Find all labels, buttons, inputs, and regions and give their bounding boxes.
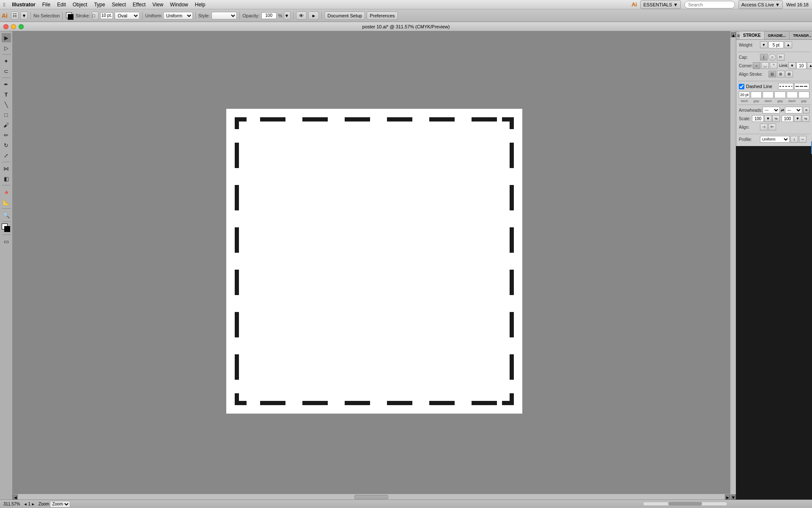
h-scrollbar-bottom[interactable] xyxy=(643,502,727,506)
cap-round-btn[interactable]: ○ xyxy=(768,54,776,61)
dash-pattern-2[interactable] xyxy=(794,83,809,90)
scroll-up-btn[interactable]: ▲ xyxy=(731,32,736,37)
cap-butt-btn[interactable]: | xyxy=(760,54,768,61)
rotate-tool[interactable]: ↻ xyxy=(2,141,11,150)
weight-up-btn[interactable]: ▲ xyxy=(785,41,792,48)
align-inside-btn[interactable]: ⊞ xyxy=(777,71,785,77)
scroll-down-btn[interactable]: ▼ xyxy=(731,494,736,500)
corner-round-btn[interactable]: ◡ xyxy=(761,62,769,69)
more-btn[interactable]: ► xyxy=(308,11,319,20)
profile-flip-btn[interactable]: ↕ xyxy=(790,136,798,143)
dash-2-input[interactable] xyxy=(763,91,774,98)
gradient-tool[interactable]: ◧ xyxy=(2,174,11,183)
menu-select[interactable]: Select xyxy=(108,2,129,8)
h-scroll-thumb[interactable] xyxy=(668,502,702,505)
scale-tool[interactable]: ⤢ xyxy=(2,151,11,160)
color-boxes[interactable] xyxy=(2,224,11,233)
menu-type[interactable]: Type xyxy=(91,2,108,8)
align-outside-btn[interactable]: ⊠ xyxy=(785,71,793,77)
profile-flip2-btn[interactable]: ↔ xyxy=(799,136,807,143)
access-cs-live-btn[interactable]: Access CS Live ▼ xyxy=(738,0,783,9)
corner-bevel-btn[interactable]: ⌝ xyxy=(770,62,777,69)
menu-view[interactable]: View xyxy=(149,2,167,8)
limit-up-btn[interactable]: ▲ xyxy=(807,62,812,69)
maximize-btn[interactable] xyxy=(19,24,24,29)
corner-miter-btn[interactable]: ⌐ xyxy=(753,62,760,69)
line-tool[interactable]: ╲ xyxy=(2,100,11,109)
scroll-left-btn[interactable]: ◄ xyxy=(13,494,18,500)
type-tool[interactable]: T xyxy=(2,90,11,99)
close-btn[interactable] xyxy=(3,24,8,29)
weight-input[interactable] xyxy=(768,41,784,48)
align-inside-arrow-btn[interactable]: ⊢ xyxy=(768,124,776,130)
shape-tool[interactable]: □ xyxy=(2,110,11,119)
gap-3-input[interactable] xyxy=(798,91,809,98)
document-setup-btn[interactable]: Document Setup xyxy=(324,11,365,20)
selection-tool[interactable]: ▶ xyxy=(2,33,11,42)
scale-y-down-btn[interactable]: ▼ xyxy=(794,115,801,122)
gap-2-input[interactable] xyxy=(774,91,785,98)
stroke-icon-btn[interactable]: □ xyxy=(92,11,99,20)
scroll-right-btn[interactable]: ► xyxy=(725,494,730,500)
tab-transparency[interactable]: TRANSP... xyxy=(790,31,812,39)
magic-wand-tool[interactable]: ✦ xyxy=(2,56,11,66)
menu-file[interactable]: File xyxy=(39,2,54,8)
stroke-weight-input[interactable] xyxy=(100,12,113,19)
prev-page-btn[interactable]: ◄ xyxy=(23,502,27,506)
menu-help[interactable]: Help xyxy=(192,2,209,8)
cap-projecting-btn[interactable]: ⊢ xyxy=(777,54,785,61)
menu-edit[interactable]: Edit xyxy=(54,2,69,8)
zoom-select[interactable]: Zoom xyxy=(50,501,70,508)
align-center-btn[interactable]: ⊟ xyxy=(768,71,776,77)
profile-select[interactable]: Uniform xyxy=(760,136,790,143)
menu-object[interactable]: Object xyxy=(69,2,91,8)
align-extend-btn[interactable]: ⊣ xyxy=(760,124,768,130)
menu-illustrator[interactable]: Illustrator xyxy=(8,2,38,8)
arrow-swap-icon[interactable]: ⇌ xyxy=(780,108,785,113)
toolbar-view-btn[interactable]: ▼ xyxy=(20,11,28,20)
visibility-btn[interactable]: 👁 xyxy=(296,11,307,20)
limit-down-btn[interactable]: ▼ xyxy=(788,62,796,69)
pencil-tool[interactable]: ✏ xyxy=(2,130,11,140)
dashed-line-checkbox[interactable] xyxy=(739,84,744,89)
dash-3-input[interactable] xyxy=(787,91,798,98)
zoom-tool[interactable]: 🔍 xyxy=(2,210,11,220)
minimize-btn[interactable] xyxy=(11,24,16,29)
menu-effect[interactable]: Effect xyxy=(129,2,149,8)
apple-menu[interactable]:  xyxy=(0,2,8,8)
paintbrush-tool[interactable]: 🖌 xyxy=(2,120,11,130)
tab-stroke[interactable]: STROKE xyxy=(740,31,765,39)
style-select[interactable] xyxy=(211,12,237,19)
opacity-input[interactable] xyxy=(261,12,277,19)
lasso-tool[interactable]: ⊂ xyxy=(2,66,11,76)
arrow-end-select[interactable]: — xyxy=(785,107,802,113)
gap-1-input[interactable] xyxy=(751,91,762,98)
next-page-btn[interactable]: ► xyxy=(31,502,35,506)
direct-selection-tool[interactable]: ▷ xyxy=(2,43,11,52)
dash-pattern-1[interactable] xyxy=(778,83,793,90)
search-input[interactable] xyxy=(684,1,735,8)
essentials-btn[interactable]: ESSENTIALS ▼ xyxy=(640,0,681,9)
scroll-bottom[interactable]: ◄ ► xyxy=(13,494,730,500)
pen-tool[interactable]: ✒ xyxy=(2,80,11,89)
scale-x-input[interactable] xyxy=(752,115,764,122)
tab-gradient[interactable]: GRADIE... xyxy=(765,31,790,39)
opacity-options-btn[interactable]: ▼ xyxy=(284,11,291,20)
scroll-right[interactable]: ▲ ▼ xyxy=(730,31,736,500)
weight-down-btn[interactable]: ▼ xyxy=(760,41,768,48)
screen-mode-tool[interactable]: ▭ xyxy=(2,237,11,246)
canvas-area[interactable] xyxy=(13,31,736,500)
scroll-thumb-h[interactable] xyxy=(354,495,388,499)
preferences-btn[interactable]: Preferences xyxy=(367,11,398,20)
arrow-start-select[interactable]: — xyxy=(763,107,780,113)
fill-color[interactable] xyxy=(65,11,74,20)
scale-x-down-btn[interactable]: ▼ xyxy=(764,115,772,122)
limit-input[interactable] xyxy=(796,62,807,69)
stroke-type-select[interactable]: OvalButtRound xyxy=(115,12,140,19)
eyedropper-tool[interactable]: 🔺 xyxy=(2,187,11,196)
dash-1-input[interactable] xyxy=(739,91,750,98)
toolbar-icon-btn[interactable]: ☷ xyxy=(11,11,19,20)
panel-menu-btn[interactable]: ≡ xyxy=(736,33,740,38)
uniform-select[interactable]: Uniform xyxy=(163,12,193,19)
scale-y-input[interactable] xyxy=(782,115,793,122)
